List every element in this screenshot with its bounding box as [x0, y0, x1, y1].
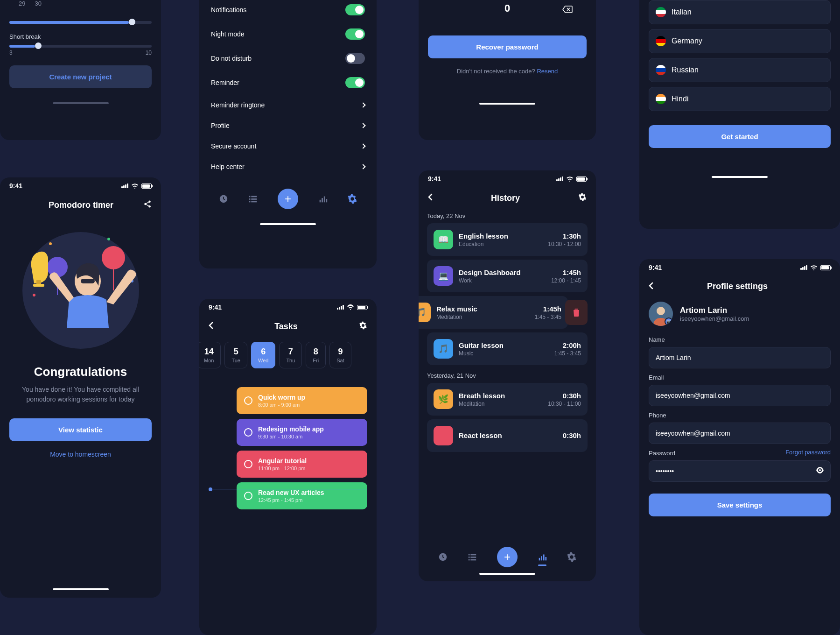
day-num: 5: [231, 347, 240, 357]
add-button[interactable]: +: [497, 547, 518, 567]
name-input[interactable]: [649, 347, 831, 368]
language-row[interactable]: Germany: [649, 29, 831, 53]
history-card[interactable]: 🌿 Breath lessonMeditation 0:30h10:30 - 1…: [427, 383, 588, 416]
chevron-right-icon: [360, 123, 365, 128]
get-started-button[interactable]: Get started: [649, 125, 831, 148]
language-row[interactable]: Russian: [649, 58, 831, 82]
svg-point-38: [657, 307, 665, 315]
day-card[interactable]: 7Thu: [279, 342, 302, 368]
create-project-button[interactable]: Create new project: [9, 65, 152, 88]
task-card[interactable]: Quick worm up8:00 am - 9:00 am: [237, 387, 367, 414]
chart-icon[interactable]: [318, 194, 328, 204]
svg-rect-22: [319, 200, 321, 203]
trophy-illustration: [15, 225, 146, 356]
list-icon[interactable]: [248, 194, 258, 204]
password-input[interactable]: [649, 460, 831, 482]
flag-icon: [656, 94, 666, 104]
flag-icon: [656, 36, 666, 46]
gear-icon[interactable]: [359, 321, 367, 332]
toggle[interactable]: [345, 28, 365, 40]
setting-label: Reminder: [211, 79, 239, 86]
phone-input[interactable]: [649, 423, 831, 444]
setting-row[interactable]: Reminder ringtone: [199, 95, 377, 115]
tasks-screen: 9:41 Tasks 14Mon5Tue6Wed7Thu8Fri9Sat 8:0…: [199, 299, 377, 635]
settings-icon[interactable]: [347, 194, 357, 204]
setting-row[interactable]: Notifications: [199, 0, 377, 22]
history-duration: 0:30h: [548, 392, 581, 400]
status-icons: [121, 183, 152, 189]
resend-link[interactable]: Resend: [537, 68, 558, 75]
date-30: 30: [35, 0, 41, 7]
setting-row[interactable]: Profile: [199, 115, 377, 136]
task-checkbox[interactable]: [244, 396, 252, 405]
back-icon[interactable]: [649, 282, 653, 291]
clock-icon[interactable]: [438, 552, 448, 562]
setting-row[interactable]: Reminder: [199, 71, 377, 95]
svg-point-0: [148, 201, 151, 203]
task-title: Quick worm up: [258, 394, 305, 401]
flag-icon: [656, 7, 666, 17]
svg-rect-19: [252, 198, 257, 200]
setting-row[interactable]: Do not disturb: [199, 46, 377, 71]
svg-rect-23: [322, 198, 323, 202]
add-button[interactable]: +: [278, 189, 298, 209]
language-row[interactable]: Italian: [649, 0, 831, 24]
setting-label: Profile: [211, 122, 230, 129]
task-checkbox[interactable]: [244, 492, 252, 500]
svg-rect-11: [36, 280, 41, 284]
day-card[interactable]: 6Wed: [251, 342, 275, 368]
history-card[interactable]: 📖 English lessonEducation 1:30h10:30 - 1…: [427, 223, 588, 256]
history-duration: 1:45h: [535, 305, 561, 313]
email-input[interactable]: [649, 385, 831, 406]
history-card[interactable]: React lesson 0:30h: [427, 419, 588, 452]
recover-button[interactable]: Recover password: [428, 35, 587, 58]
setting-row[interactable]: Night mode: [199, 22, 377, 46]
day-card[interactable]: 8Fri: [306, 342, 326, 368]
share-icon[interactable]: [143, 200, 152, 210]
setting-label: Help center: [211, 163, 245, 170]
home-link[interactable]: Move to homescreen: [9, 451, 152, 458]
setting-row[interactable]: Secure account: [199, 136, 377, 156]
history-card[interactable]: 🎵 Relax musicMeditation 1:45h1:45 - 3:45: [419, 296, 568, 329]
backspace-icon[interactable]: [562, 4, 573, 16]
camera-icon[interactable]: 📷: [665, 318, 673, 326]
setting-row[interactable]: Help center: [199, 156, 377, 177]
view-statistic-button[interactable]: View statistic: [9, 418, 152, 441]
toggle[interactable]: [345, 4, 365, 15]
status-time: 9:41: [649, 264, 662, 271]
profile-email: iseeyoowhen@gmail.com: [680, 315, 749, 322]
back-icon[interactable]: [209, 322, 213, 331]
password-label: Password: [649, 450, 675, 457]
save-button[interactable]: Save settings: [649, 494, 831, 516]
recover-code: 0: [504, 2, 510, 14]
back-icon[interactable]: [428, 193, 433, 203]
history-card[interactable]: 💻 Design DashboardWork 1:45h12:00 - 1:45: [427, 260, 588, 292]
task-card[interactable]: Redesign mobile app9:30 am - 10:30 am: [237, 419, 367, 446]
svg-rect-17: [252, 196, 257, 198]
language-row[interactable]: Hindi: [649, 87, 831, 111]
list-icon[interactable]: [467, 552, 477, 562]
clock-icon[interactable]: [218, 194, 229, 204]
task-card[interactable]: Read new UX articles12:45 pm - 1:45 pm: [237, 482, 367, 509]
task-card[interactable]: Angular tutorial11:00 pm - 12:00 pm: [237, 451, 367, 478]
delete-button[interactable]: [565, 300, 588, 325]
toggle[interactable]: [345, 53, 365, 64]
day-card[interactable]: 14Mon: [199, 342, 221, 368]
eye-icon[interactable]: [816, 467, 824, 475]
task-title: Redesign mobile app: [258, 425, 324, 433]
chart-icon[interactable]: [537, 552, 547, 562]
toggle[interactable]: [345, 77, 365, 88]
gear-icon[interactable]: [578, 193, 587, 203]
day-num: 9: [336, 347, 344, 357]
svg-rect-36: [545, 557, 546, 560]
day-card[interactable]: 5Tue: [224, 342, 247, 368]
avatar[interactable]: 📷: [649, 302, 673, 326]
break-max: 10: [146, 49, 152, 56]
svg-rect-30: [471, 557, 476, 558]
day-card[interactable]: 9Sat: [329, 342, 351, 368]
history-card[interactable]: 🎵 Guitar lessonMusic 2:00h1:45 - 3:45: [427, 332, 588, 365]
task-checkbox[interactable]: [244, 460, 252, 468]
settings-icon[interactable]: [567, 552, 577, 562]
task-checkbox[interactable]: [244, 428, 252, 437]
forgot-link[interactable]: Forgot password: [785, 449, 831, 456]
